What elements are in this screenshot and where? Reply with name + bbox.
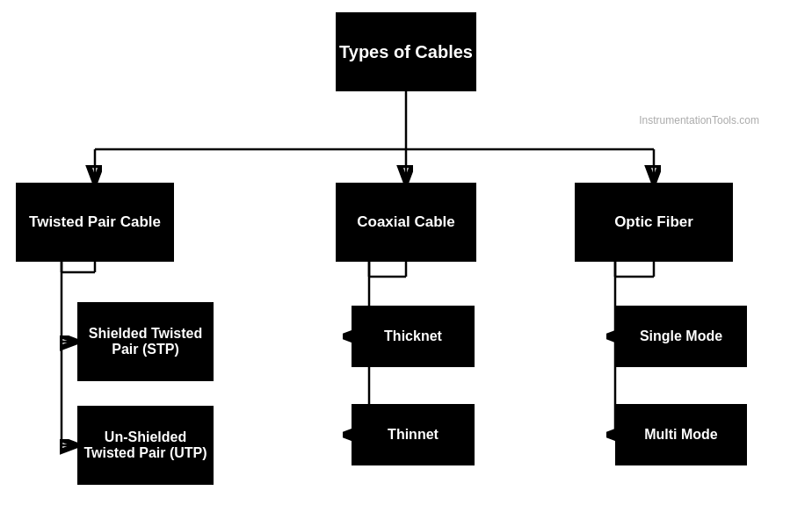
coaxial-box: Coaxial Cable [336, 183, 476, 262]
multi-mode-box: Multi Mode [615, 404, 747, 465]
root-label: Types of Cables [339, 42, 473, 62]
multi-mode-label: Multi Mode [644, 427, 718, 443]
thinnet-box: Thinnet [352, 404, 475, 465]
thicknet-box: Thicknet [352, 306, 475, 367]
stp-label: Shielded Twisted Pair (STP) [77, 326, 214, 357]
thicknet-label: Thicknet [384, 328, 442, 344]
root-box: Types of Cables [336, 12, 476, 91]
utp-box: Un-Shielded Twisted Pair (UTP) [77, 406, 214, 485]
diagram: InstrumentationTools.com [0, 0, 812, 505]
stp-box: Shielded Twisted Pair (STP) [77, 302, 214, 381]
optic-fiber-label: Optic Fiber [614, 213, 693, 231]
single-mode-label: Single Mode [640, 328, 722, 344]
optic-fiber-box: Optic Fiber [575, 183, 733, 262]
utp-label: Un-Shielded Twisted Pair (UTP) [77, 429, 214, 461]
watermark: InstrumentationTools.com [639, 114, 759, 126]
single-mode-box: Single Mode [615, 306, 747, 367]
coaxial-label: Coaxial Cable [357, 213, 455, 231]
twisted-pair-box: Twisted Pair Cable [16, 183, 174, 262]
thinnet-label: Thinnet [388, 427, 439, 443]
twisted-pair-label: Twisted Pair Cable [29, 213, 161, 231]
